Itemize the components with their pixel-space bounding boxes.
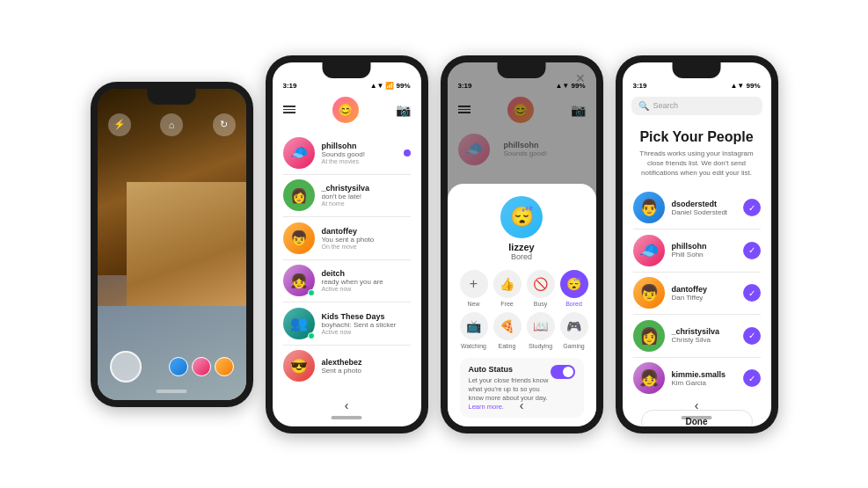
person-item-dantoffey[interactable]: 👦 dantoffey Dan Tiffey ✓ (623, 272, 771, 314)
list-item[interactable]: 👦 dantoffey You sent a photo On the move (273, 217, 421, 259)
person-item-phillsohn[interactable]: 🧢 phillsohn Phill Sohn ✓ (623, 229, 771, 272)
info-dantoffey: dantoffey Dan Tiffey (672, 285, 736, 302)
home-indicator-4 (682, 416, 712, 419)
notch-2 (323, 62, 371, 78)
shutter-button[interactable] (110, 351, 142, 382)
notch-3 (498, 62, 546, 78)
handle-kimmie: Kim Garcia (672, 379, 736, 387)
modal-user-info: 😴 lizzey Bored (460, 196, 584, 261)
msg-text-alexthebez: alexthebez Sent a photo (322, 358, 411, 375)
online-indicator-2 (308, 332, 315, 339)
status-item-bored[interactable]: 😴 Bored (560, 270, 588, 307)
status-item-studying[interactable]: 📖 Studying (527, 312, 555, 349)
status-item-eating[interactable]: 🍕 Eating (493, 312, 522, 349)
modal-username: lizzey (508, 242, 534, 252)
name-christy: _christysilva (672, 327, 736, 336)
name-phillsohn: phillsohn (672, 242, 736, 251)
camera-overlay: ⚡ ⌂ ↻ (98, 89, 246, 400)
msg-text-phillsohn: phillsohn Sounds good! At the movies (322, 142, 397, 164)
online-indicator (308, 289, 315, 296)
home-indicator-2 (332, 416, 362, 419)
list-item[interactable]: 😎 alexthebez Sent a photo (273, 345, 421, 387)
bored-btn[interactable]: 😴 (560, 270, 588, 298)
search-bar[interactable]: 🔍 Search (631, 97, 762, 115)
modal-overlay[interactable]: ✕ 😴 lizzey Bored + New 👍 Free (448, 62, 596, 426)
camera-bottom-bar (98, 351, 246, 382)
check-phillsohn[interactable]: ✓ (743, 242, 761, 259)
msg-text-dantoffey: dantoffey You sent a photo On the move (322, 227, 411, 250)
person-item-dsoderstedt[interactable]: 👨 dsoderstedt Daniel Soderstedt ✓ (623, 186, 771, 229)
name-kimmie: kimmie.smalls (672, 370, 736, 379)
list-item[interactable]: 🧢 phillsohn Sounds good! At the movies (273, 132, 421, 174)
modal-close-button[interactable]: ✕ (575, 71, 586, 85)
watching-btn[interactable]: 📺 (460, 312, 488, 340)
avatar-christy-pp: 👩 (633, 320, 665, 352)
list-item[interactable]: 👩 _christysilva don't be late! At home (273, 174, 421, 216)
studying-btn[interactable]: 📖 (527, 312, 555, 340)
status-icons-4: ▲▼ 99% (730, 82, 760, 90)
flash-icon[interactable]: ⚡ (108, 113, 131, 136)
list-item[interactable]: 👧 deitch ready when you are Active now (273, 259, 421, 302)
back-arrow-4[interactable]: ‹ (695, 398, 699, 412)
free-btn[interactable]: 👍 (493, 270, 522, 298)
notch-1 (148, 89, 196, 105)
check-dsoderstedt[interactable]: ✓ (743, 199, 761, 216)
list-item[interactable]: 👥 Kids These Days boyhachi: Sent a stick… (273, 302, 421, 345)
status-item-watching[interactable]: 📺 Watching (460, 312, 488, 349)
status-item-new[interactable]: + New (460, 270, 488, 307)
msg-text-christy: _christysilva don't be late! At home (322, 184, 411, 207)
status-item-gaming[interactable]: 🎮 Gaming (560, 312, 588, 349)
status-item-busy[interactable]: 🚫 Busy (527, 270, 555, 307)
avatar-row (169, 357, 234, 376)
modal-avatar: 😴 (500, 196, 543, 238)
check-dantoffey[interactable]: ✓ (743, 284, 761, 302)
home-icon[interactable]: ⌂ (160, 113, 183, 136)
phones-container: ⚡ ⌂ ↻ 3:19 (0, 0, 868, 488)
avatar-kimmie: 👧 (633, 362, 665, 394)
learn-more-link[interactable]: Learn more. (469, 403, 551, 411)
pick-title-section: Pick Your People Threads works using you… (623, 120, 771, 184)
avatar-christy: 👩 (283, 179, 315, 211)
auto-status-description: Let your close friends know what you're … (469, 376, 551, 402)
eating-btn[interactable]: 🍕 (493, 312, 522, 340)
mini-avatar-3 (215, 357, 234, 376)
info-christy: _christysilva Christy Silva (672, 327, 736, 344)
auto-status-toggle[interactable] (551, 365, 575, 379)
back-arrow-2[interactable]: ‹ (345, 398, 349, 412)
mini-avatar-2 (192, 357, 211, 376)
status-grid: + New 👍 Free 🚫 Busy 😴 (460, 270, 584, 349)
modal-status-text: Bored (511, 252, 532, 261)
check-kimmie[interactable]: ✓ (743, 369, 761, 387)
auto-status-title: Auto Status (469, 365, 551, 374)
status-item-free[interactable]: 👍 Free (493, 270, 522, 307)
new-status-btn[interactable]: + (460, 270, 488, 298)
gaming-btn[interactable]: 🎮 (560, 312, 588, 340)
info-dsoderstedt: dsoderstedt Daniel Soderstedt (672, 200, 736, 216)
handle-phillsohn: Phill Sohn (672, 251, 736, 259)
phone-camera: ⚡ ⌂ ↻ (91, 82, 253, 407)
search-placeholder-text: Search (653, 101, 679, 110)
avatar-dantoffey: 👦 (283, 222, 315, 254)
messages-header: 😊 📷 (273, 91, 421, 128)
msg-text-deitch: deitch ready when you are Active now (322, 269, 411, 292)
profile-avatar[interactable]: 😊 (332, 97, 359, 123)
handle-dantoffey: Dan Tiffey (672, 294, 736, 302)
camera-icon[interactable]: 📷 (396, 103, 411, 117)
phone-status: 3:19 ▲▼ 99% 😊 📷 🧢 phillsohn Sounds good! (441, 55, 603, 433)
status-time-2: 3:19 (283, 82, 297, 90)
busy-btn[interactable]: 🚫 (527, 270, 555, 298)
avatar-phillsohn-pp: 🧢 (633, 235, 665, 266)
handle-christy: Christy Silva (672, 336, 736, 344)
flip-camera-icon[interactable]: ↻ (213, 113, 236, 136)
back-arrow-3[interactable]: ‹ (520, 398, 524, 412)
person-item-christy[interactable]: 👩 _christysilva Christy Silva ✓ (623, 315, 771, 357)
info-kimmie: kimmie.smalls Kim Garcia (672, 370, 736, 387)
person-item-kimmie[interactable]: 👧 kimmie.smalls Kim Garcia ✓ (623, 357, 771, 399)
check-christy[interactable]: ✓ (743, 327, 761, 345)
name-dsoderstedt: dsoderstedt (672, 200, 736, 208)
handle-dsoderstedt: Daniel Soderstedt (672, 208, 736, 216)
avatar-dantoffey-pp: 👦 (633, 277, 665, 309)
menu-icon[interactable] (283, 104, 295, 115)
avatar-alexthebez: 😎 (283, 350, 315, 382)
search-icon: 🔍 (638, 101, 649, 111)
